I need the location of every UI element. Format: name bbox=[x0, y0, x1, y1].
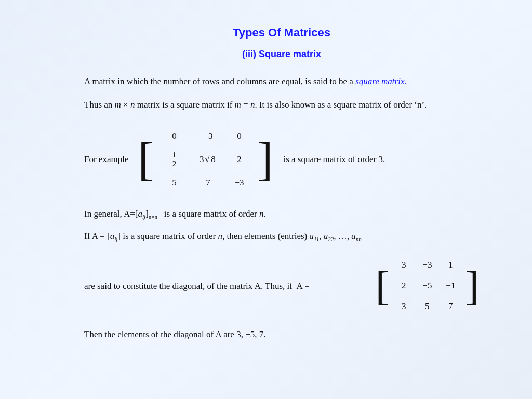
m1-r3c2: 7 bbox=[206, 178, 210, 188]
bracket-left-icon: [ bbox=[138, 122, 153, 196]
a22: a bbox=[324, 231, 328, 241]
para1-text: A matrix in which the number of rows and… bbox=[84, 76, 355, 86]
m2-r1c3: 1 bbox=[448, 260, 453, 270]
a11-sub: 11 bbox=[314, 236, 319, 243]
para2-mid: matrix is a square matrix if bbox=[135, 100, 234, 110]
m-var: m bbox=[115, 100, 121, 110]
m2-r2c2: −5 bbox=[422, 281, 432, 291]
m-equals-n: m bbox=[235, 100, 241, 110]
diagonal-label: are said to constitute the diagonal, of … bbox=[84, 279, 370, 293]
m1-r1c3: 0 bbox=[237, 131, 242, 141]
m2-r3c1: 3 bbox=[402, 301, 406, 312]
ij-sub2: ij bbox=[114, 236, 117, 243]
a-ij-general: aij bbox=[138, 209, 146, 219]
matrix2-bracket: [ 3 −3 1 2 −5 −1 3 5 7 ] bbox=[376, 254, 479, 318]
para2-suffix: . It is also known as a square matrix of… bbox=[255, 100, 427, 110]
square-matrix-link: square matrix. bbox=[355, 76, 407, 86]
m1-r2c3: 2 bbox=[237, 154, 242, 165]
then-para: Then the elements of the diagonal of A a… bbox=[84, 327, 479, 341]
general-para: In general, A=[aij]n×n is a square matri… bbox=[84, 207, 479, 222]
n-general: n bbox=[259, 209, 264, 219]
m1-r3c3: −3 bbox=[234, 178, 244, 188]
sqrt-icon: 3 bbox=[200, 154, 204, 165]
m2-r1c2: −3 bbox=[422, 260, 432, 270]
page-container: Types Of Matrices (iii) Square matrix A … bbox=[43, 0, 489, 372]
fraction-1-2: 1 2 bbox=[171, 151, 178, 168]
bracket-right-icon: ] bbox=[257, 122, 273, 196]
para2-prefix: Thus an bbox=[84, 100, 115, 110]
a-ij-if: aij bbox=[110, 231, 118, 241]
subtitle: (iii) Square matrix bbox=[84, 49, 479, 60]
m2-r2c3: −1 bbox=[446, 281, 455, 291]
nxn-sub: n×n bbox=[149, 214, 157, 220]
m1-r3c1: 5 bbox=[172, 178, 177, 188]
m1-r2c1: 1 2 bbox=[171, 151, 178, 168]
if-para: If A = [aij] is a square matrix of order… bbox=[84, 229, 479, 244]
bracket2-right-icon: ] bbox=[465, 254, 479, 318]
matrix1-bracket: [ 0 −3 0 1 2 3 √8 bbox=[138, 122, 273, 196]
a22-sub: 22 bbox=[328, 236, 334, 243]
diagonal-section: are said to constitute the diagonal, of … bbox=[84, 254, 479, 318]
for-example-label: For example bbox=[84, 154, 128, 165]
is-square-matrix-label: is a square matrix of order 3. bbox=[283, 154, 385, 165]
example-matrix-section: For example [ 0 −3 0 1 2 3 √8 bbox=[84, 122, 479, 196]
n-if: n bbox=[218, 231, 222, 241]
ann: a bbox=[351, 231, 356, 241]
para2: Thus an m × n matrix is a square matrix … bbox=[84, 98, 479, 112]
m2-r3c2: 5 bbox=[425, 301, 430, 312]
matrix2-grid: 3 −3 1 2 −5 −1 3 5 7 bbox=[389, 254, 465, 318]
ann-sub: nn bbox=[356, 236, 362, 243]
m2-r1c1: 3 bbox=[402, 260, 406, 270]
main-title: Types Of Matrices bbox=[84, 26, 479, 39]
m2-r3c3: 7 bbox=[448, 301, 453, 312]
para1: A matrix in which the number of rows and… bbox=[84, 74, 479, 88]
m2-r2c1: 2 bbox=[402, 281, 406, 291]
m1-r1c2: −3 bbox=[203, 131, 212, 141]
sqrt-radicand: 8 bbox=[210, 154, 217, 165]
m1-r2c2: 3 √8 bbox=[200, 154, 217, 165]
ij-sub: ij bbox=[142, 214, 145, 220]
matrix1-grid: 0 −3 0 1 2 3 √8 2 5 bbox=[153, 122, 257, 196]
diag-entries: a bbox=[310, 231, 314, 241]
bracket2-left-icon: [ bbox=[376, 254, 390, 318]
m1-r1c1: 0 bbox=[172, 131, 177, 141]
